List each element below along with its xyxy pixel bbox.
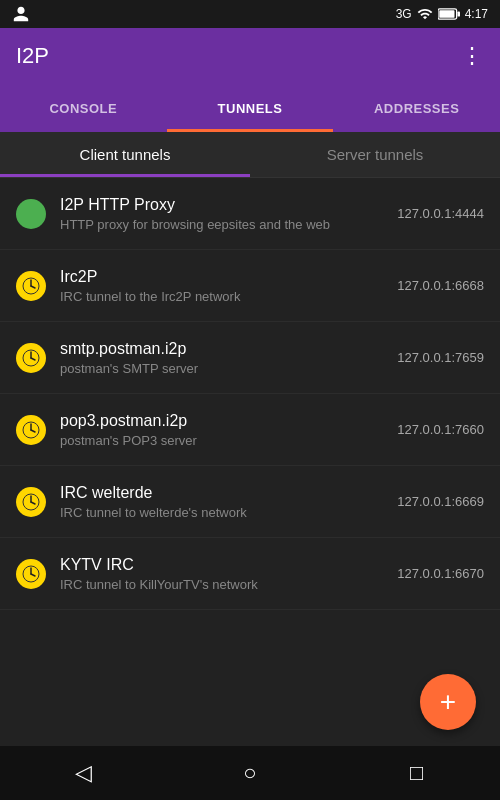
status-indicator-yellow: [16, 271, 46, 301]
clock-icon: [21, 276, 41, 296]
tunnel-address: 127.0.0.1:7659: [397, 350, 484, 365]
tunnel-list: I2P HTTP Proxy HTTP proxy for browsing e…: [0, 178, 500, 746]
add-icon: +: [440, 688, 456, 716]
tunnel-item[interactable]: pop3.postman.i2p postman's POP3 server 1…: [0, 394, 500, 466]
tunnel-address: 127.0.0.1:6668: [397, 278, 484, 293]
tab-server-tunnels[interactable]: Server tunnels: [250, 132, 500, 177]
tunnel-item[interactable]: IRC welterde IRC tunnel to welterde's ne…: [0, 466, 500, 538]
tunnel-description: IRC tunnel to welterde's network: [60, 505, 389, 520]
tunnel-name: smtp.postman.i2p: [60, 340, 389, 358]
tunnel-item[interactable]: smtp.postman.i2p postman's SMTP server 1…: [0, 322, 500, 394]
status-icons: 3G 4:17: [396, 6, 488, 22]
svg-rect-2: [439, 10, 454, 18]
signal-icon: [417, 6, 433, 22]
time-display: 4:17: [465, 7, 488, 21]
tunnel-name: KYTV IRC: [60, 556, 389, 574]
app-title: I2P: [16, 43, 49, 69]
tunnel-info: Irc2P IRC tunnel to the Irc2P network: [60, 268, 389, 304]
overflow-menu-icon[interactable]: ⋮: [461, 43, 484, 69]
tunnel-address: 127.0.0.1:4444: [397, 206, 484, 221]
clock-icon: [21, 348, 41, 368]
tunnel-item[interactable]: I2P HTTP Proxy HTTP proxy for browsing e…: [0, 178, 500, 250]
tab-console[interactable]: CONSOLE: [0, 84, 167, 132]
add-tunnel-fab[interactable]: +: [420, 674, 476, 730]
tunnel-info: KYTV IRC IRC tunnel to KillYourTV's netw…: [60, 556, 389, 592]
tab-tunnels[interactable]: TUNNELS: [167, 84, 334, 132]
tunnel-name: IRC welterde: [60, 484, 389, 502]
bottom-navigation: ◁ ○ □: [0, 746, 500, 800]
tab-addresses[interactable]: ADDRESSES: [333, 84, 500, 132]
tunnel-info: IRC welterde IRC tunnel to welterde's ne…: [60, 484, 389, 520]
status-bar: 3G 4:17: [0, 0, 500, 28]
tunnel-description: IRC tunnel to KillYourTV's network: [60, 577, 389, 592]
tunnel-info: smtp.postman.i2p postman's SMTP server: [60, 340, 389, 376]
status-indicator-yellow: [16, 343, 46, 373]
tunnel-name: Irc2P: [60, 268, 389, 286]
clock-icon: [21, 420, 41, 440]
tunnel-description: HTTP proxy for browsing eepsites and the…: [60, 217, 389, 232]
tunnel-description: postman's POP3 server: [60, 433, 389, 448]
tunnel-address: 127.0.0.1:7660: [397, 422, 484, 437]
tunnel-item[interactable]: Irc2P IRC tunnel to the Irc2P network 12…: [0, 250, 500, 322]
battery-icon: [438, 7, 460, 21]
back-button[interactable]: ◁: [53, 753, 113, 793]
network-type: 3G: [396, 7, 412, 21]
tunnel-address: 127.0.0.1:6670: [397, 566, 484, 581]
status-indicator-yellow: [16, 559, 46, 589]
status-indicator-yellow: [16, 415, 46, 445]
status-bar-left: [12, 0, 30, 28]
app-bar: I2P ⋮: [0, 28, 500, 84]
tunnel-name: I2P HTTP Proxy: [60, 196, 389, 214]
person-icon: [12, 5, 30, 23]
tunnel-address: 127.0.0.1:6669: [397, 494, 484, 509]
tunnel-info: pop3.postman.i2p postman's POP3 server: [60, 412, 389, 448]
recent-apps-button[interactable]: □: [387, 753, 447, 793]
tunnel-name: pop3.postman.i2p: [60, 412, 389, 430]
tunnel-description: IRC tunnel to the Irc2P network: [60, 289, 389, 304]
clock-icon: [21, 492, 41, 512]
clock-icon: [21, 564, 41, 584]
tunnel-info: I2P HTTP Proxy HTTP proxy for browsing e…: [60, 196, 389, 232]
tunnel-item[interactable]: KYTV IRC IRC tunnel to KillYourTV's netw…: [0, 538, 500, 610]
secondary-tabs: Client tunnels Server tunnels: [0, 132, 500, 178]
status-indicator-yellow: [16, 487, 46, 517]
tunnel-description: postman's SMTP server: [60, 361, 389, 376]
status-indicator-green: [16, 199, 46, 229]
home-button[interactable]: ○: [220, 753, 280, 793]
tab-client-tunnels[interactable]: Client tunnels: [0, 132, 250, 177]
top-tabs: CONSOLE TUNNELS ADDRESSES: [0, 84, 500, 132]
svg-rect-1: [457, 11, 460, 16]
